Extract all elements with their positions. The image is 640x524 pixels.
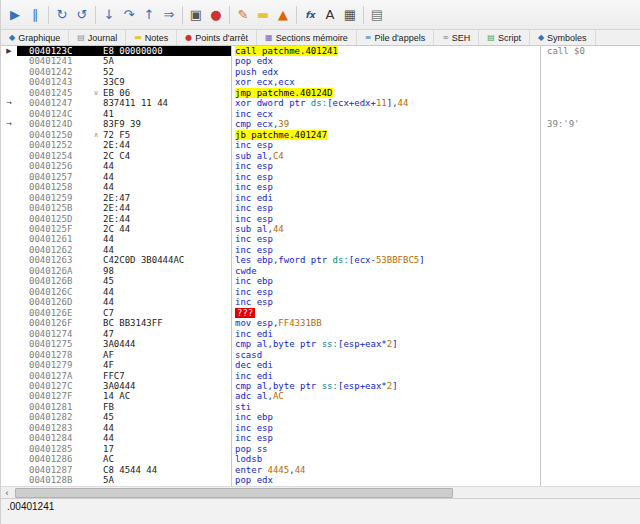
disasm-row[interactable]: 0040126D44inc esp: [1, 297, 640, 307]
step-into-icon[interactable]: ↓: [99, 4, 119, 26]
address-cell: 0040126A: [17, 266, 89, 276]
trace-icon[interactable]: ▣: [186, 4, 206, 26]
disasm-row[interactable]: 0040127447inc edi: [1, 329, 640, 339]
disasm-row[interactable]: 004012794Fdec edi: [1, 360, 640, 370]
comment-cell: call $0: [540, 46, 640, 56]
step-over-icon[interactable]: ↷: [119, 4, 139, 26]
notes-icon[interactable]: ▬: [253, 4, 273, 26]
gutter-cell: [1, 266, 17, 276]
disasm-row[interactable]: 00401286AClodsb: [1, 454, 640, 464]
disasm-row[interactable]: 00401287C8 4544 44enter 4445,44: [1, 465, 640, 475]
tab-notes[interactable]: ▬Notes: [126, 30, 177, 45]
disasm-row[interactable]: 0040127AFFC7inc edi: [1, 371, 640, 381]
disassembly-view[interactable]: ▶0040123CE8 00000000call patchme.401241c…: [1, 46, 640, 486]
tab-breakpoints[interactable]: ●Points d'arrêt: [177, 30, 257, 45]
disasm-row[interactable]: 0040126C44inc esp: [1, 287, 640, 297]
address-cell: 00401278: [17, 350, 89, 360]
disasm-row[interactable]: 004012592E:47inc edi: [1, 193, 640, 203]
disasm-row[interactable]: 0040125744inc esp: [1, 172, 640, 182]
gutter-cell: [1, 318, 17, 328]
comment-cell: [540, 423, 640, 433]
instruction-cell: inc esp: [231, 140, 540, 150]
disasm-row[interactable]: 0040126EC7???: [1, 308, 640, 318]
disasm-row[interactable]: 0040126144inc esp: [1, 234, 640, 244]
instruction-cell: sti: [231, 402, 540, 412]
patch-icon[interactable]: ✎: [233, 4, 253, 26]
jump-strip-cell: [89, 119, 103, 129]
disasm-row[interactable]: 0040125B2E:44inc esp: [1, 203, 640, 213]
gutter-cell: [1, 391, 17, 401]
tab-graph[interactable]: ◆Graphique: [1, 30, 69, 45]
close-icon[interactable]: ↺: [72, 4, 92, 26]
disasm-row[interactable]: →00401247837411 11 44xor dword ptr ds:[e…: [1, 98, 640, 108]
bytes-cell: EB 06: [103, 88, 231, 98]
disasm-row[interactable]: 0040124333C9xor ecx,ecx: [1, 77, 640, 87]
disasm-row[interactable]: 0040126FBC BB3143FFmov esp,FF4331BB: [1, 318, 640, 328]
disasm-row[interactable]: 0040127C3A0444cmp al,byte ptr ss:[esp+ea…: [1, 381, 640, 391]
memory-map-icon: ▦: [265, 33, 273, 42]
comment-cell: [540, 245, 640, 255]
disasm-row[interactable]: 0040127F14 ACadc al,AC: [1, 391, 640, 401]
tab-script[interactable]: ▤Script: [479, 30, 530, 45]
address-cell: 00401281: [17, 402, 89, 412]
jump-strip-cell: [89, 266, 103, 276]
disasm-row[interactable]: 0040126244inc esp: [1, 245, 640, 255]
disasm-row[interactable]: 00401250∧72 F5jb patchme.401247: [1, 130, 640, 140]
instruction-cell: pop edx: [231, 475, 540, 485]
disasm-row[interactable]: 004012753A0444cmp al,byte ptr ss:[esp+ea…: [1, 339, 640, 349]
gutter-cell: [1, 140, 17, 150]
font-icon[interactable]: A: [320, 4, 340, 26]
disasm-row[interactable]: →0040124D83F9 39cmp ecx,3939:'9': [1, 119, 640, 129]
disasm-row[interactable]: 004012522E:44inc esp: [1, 140, 640, 150]
disasm-row[interactable]: 0040128517pop ss: [1, 444, 640, 454]
disasm-row[interactable]: 004012415Apop edx: [1, 56, 640, 66]
disasm-row[interactable]: 00401278AFscasd: [1, 350, 640, 360]
scrollbar-track[interactable]: [13, 487, 640, 499]
fx-icon[interactable]: fx: [300, 4, 320, 26]
address-cell: 0040127C: [17, 381, 89, 391]
jump-target-arrow-icon: →: [1, 98, 17, 108]
pause-icon[interactable]: ∥: [25, 4, 45, 26]
disasm-row[interactable]: 0040125D2E:44inc esp: [1, 214, 640, 224]
tab-seh[interactable]: ∞SEH: [434, 30, 479, 45]
bytes-cell: 2E:44: [103, 140, 231, 150]
disasm-row[interactable]: 004012542C C4sub al,C4: [1, 151, 640, 161]
gutter-cell: [1, 245, 17, 255]
hot-trace-icon[interactable]: ▲: [273, 4, 293, 26]
disasm-row[interactable]: 0040128B5Apop edx: [1, 475, 640, 485]
horizontal-scrollbar[interactable]: ‹: [1, 486, 640, 498]
memory-grid-icon[interactable]: ▤: [367, 4, 387, 26]
disasm-row[interactable]: 0040126A98cwde: [1, 266, 640, 276]
instruction-cell: inc esp: [231, 245, 540, 255]
instruction-cell: pop ss: [231, 444, 540, 454]
disasm-row[interactable]: 0040124C41inc ecx: [1, 109, 640, 119]
run-to-return-icon[interactable]: ⇒: [159, 4, 179, 26]
tab-call-stack[interactable]: ≡Pile d'appels: [357, 30, 434, 45]
address-cell: 00401247: [17, 98, 89, 108]
bytes-cell: 33C9: [103, 77, 231, 87]
disasm-row[interactable]: 0040124252push edx: [1, 67, 640, 77]
disasm-row[interactable]: 0040128344inc esp: [1, 423, 640, 433]
disasm-row[interactable]: 0040125F2C 44sub al,44: [1, 224, 640, 234]
disasm-row[interactable]: 00401245∨EB 06jmp patchme.40124D: [1, 88, 640, 98]
run-icon[interactable]: ▶: [5, 4, 25, 26]
step-out-icon[interactable]: ↑: [139, 4, 159, 26]
scroll-left-button[interactable]: ‹: [1, 487, 13, 498]
disasm-row[interactable]: 0040128444inc esp: [1, 433, 640, 443]
disasm-row[interactable]: ▶0040123CE8 00000000call patchme.401241c…: [1, 46, 640, 56]
disasm-row[interactable]: 0040126B45inc ebp: [1, 276, 640, 286]
terminal-icon[interactable]: ▦: [340, 4, 360, 26]
disasm-row[interactable]: 0040125844inc esp: [1, 182, 640, 192]
breakpoint-toggle-icon[interactable]: ●: [206, 4, 226, 26]
tab-journal[interactable]: ▤Journal: [69, 30, 126, 45]
scrollbar-thumb[interactable]: [15, 488, 453, 498]
disasm-row[interactable]: 0040125644inc esp: [1, 161, 640, 171]
tab-symbols[interactable]: ◆Symboles: [530, 30, 596, 45]
disasm-row[interactable]: 00401263C42C0D 3B0444ACles ebp,fword ptr…: [1, 255, 640, 265]
disasm-row[interactable]: 00401281FBsti: [1, 402, 640, 412]
tab-memory-map[interactable]: ▦Sections mémoire: [257, 30, 357, 45]
restart-icon[interactable]: ↻: [52, 4, 72, 26]
disasm-row[interactable]: 0040128245inc ebp: [1, 412, 640, 422]
bytes-cell: 98: [103, 266, 231, 276]
gutter-cell: [1, 454, 17, 464]
